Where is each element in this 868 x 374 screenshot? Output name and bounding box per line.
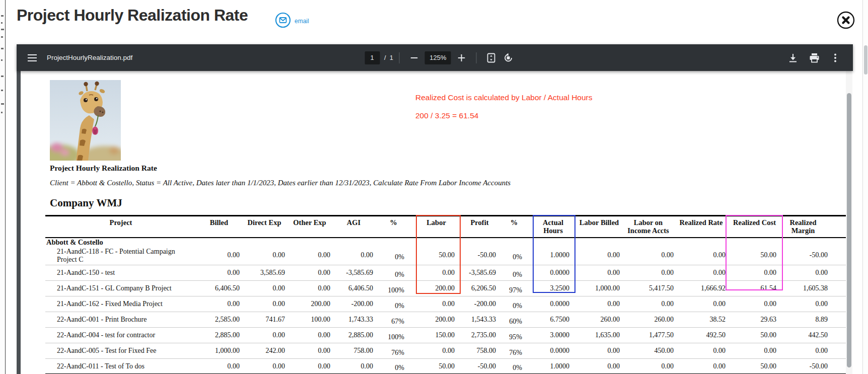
value-cell: 0% [375, 246, 412, 265]
value-cell: 200.00 [412, 312, 461, 328]
value-cell: 6,406.50 [196, 281, 242, 296]
page-scrollbar-thumb[interactable] [864, 45, 867, 74]
value-cell: 2,885.00 [332, 328, 375, 343]
value-cell: 76% [375, 343, 412, 359]
value-cell: 0% [498, 246, 530, 265]
value-cell: 100% [375, 328, 412, 343]
more-options-button[interactable] [827, 49, 844, 66]
value-cell: 0.00 [576, 343, 622, 359]
rotate-button[interactable] [500, 49, 517, 66]
value-cell: 6,206.50 [461, 281, 498, 296]
value-cell: 0.00 [781, 296, 846, 312]
value-cell: 0.0000 [530, 343, 576, 359]
email-button[interactable]: email [275, 12, 309, 30]
value-cell: -200.00 [332, 296, 375, 312]
value-cell: 0.00 [242, 296, 287, 312]
value-cell: 200.00 [287, 296, 332, 312]
zoom-out-button[interactable] [406, 49, 423, 66]
page-scrollbar[interactable] [862, 0, 868, 374]
value-cell: -50.00 [781, 359, 846, 374]
value-cell: 0.00 [287, 328, 332, 343]
pdf-toolbar: ProjectHourlyRealization.pdf 1 / 1 125% [17, 44, 853, 71]
rotate-ccw-icon [503, 53, 514, 63]
value-cell: -200.00 [461, 296, 498, 312]
project-name-cell: 22-AandC-004 - test for contractor [45, 328, 196, 343]
value-cell: 0.00 [622, 246, 675, 265]
value-cell: 450.00 [622, 343, 675, 359]
value-cell: 0.00 [287, 246, 332, 265]
value-cell: 442.50 [781, 328, 846, 343]
col-header-billed: Billed [196, 216, 242, 238]
value-cell: 3.0000 [530, 328, 576, 343]
value-cell: 3.2500 [530, 281, 576, 296]
pdf-scrollbar-thumb[interactable] [847, 93, 851, 367]
value-cell: -50.00 [461, 246, 498, 265]
col-header-other-exp: Other Exp [287, 216, 332, 238]
value-cell: -50.00 [461, 359, 498, 374]
fit-to-page-button[interactable] [483, 49, 500, 66]
value-cell: 758.00 [332, 343, 375, 359]
value-cell: 2,885.00 [196, 328, 242, 343]
download-button[interactable] [784, 49, 802, 66]
value-cell: 0.00 [412, 296, 461, 312]
value-cell: 0.00 [622, 265, 675, 281]
print-icon [809, 53, 820, 63]
page-number-input[interactable]: 1 [365, 51, 380, 64]
value-cell: 2,735.00 [461, 328, 498, 343]
value-cell: 0.00 [675, 265, 728, 281]
zoom-in-button[interactable] [453, 49, 470, 66]
minus-icon [411, 54, 418, 61]
report-table: Project Billed Direct Exp Other Exp AGI … [45, 215, 847, 374]
col-header-agi-pct: % [375, 216, 412, 238]
pdf-scrollbar[interactable] [846, 71, 852, 374]
value-cell: 0.00 [412, 265, 461, 281]
pdf-viewer: ProjectHourlyRealization.pdf 1 / 1 125% [17, 44, 853, 374]
value-cell: 260.00 [622, 312, 675, 328]
giraffe-with-tulip-photo [50, 80, 121, 161]
col-header-project: Project [45, 216, 196, 238]
annotation-line-1: Realized Cost is calculated by Labor / A… [415, 93, 593, 102]
zoom-level[interactable]: 125% [425, 51, 451, 64]
value-cell: 97% [498, 281, 530, 296]
value-cell: 0.00 [196, 265, 242, 281]
value-cell: 0.00 [242, 281, 287, 296]
annotation-line-2: 200 / 3.25 = 61.54 [415, 111, 478, 120]
value-cell: 50.00 [412, 359, 461, 374]
kebab-menu-icon [834, 53, 837, 62]
value-cell: 1,605.38 [781, 281, 846, 296]
value-cell: 3,585.69 [242, 265, 287, 281]
value-cell: 0.00 [622, 296, 675, 312]
value-cell: 150.00 [412, 328, 461, 343]
value-cell: 0.00 [728, 265, 781, 281]
pdf-filename: ProjectHourlyRealization.pdf [47, 54, 132, 61]
close-button[interactable] [836, 11, 855, 30]
report-filter-line: Client = Abbott & Costello, Status = All… [50, 179, 511, 187]
value-cell: 50.00 [412, 246, 461, 265]
project-name-cell: 22-AandC-005 - Test for Fixed Fee [45, 343, 196, 359]
value-cell: 0.00 [781, 343, 846, 359]
table-row: 22-AandC-004 - test for contractor2,885.… [45, 328, 846, 343]
project-name-cell: 22-AandC-001 - Print Brochure [45, 312, 196, 328]
col-header-direct-exp: Direct Exp [242, 216, 287, 238]
col-header-labor-on-income-accts: Labor on Income Accts [622, 216, 675, 238]
value-cell: 0.0000 [530, 296, 576, 312]
value-cell: 29.63 [728, 312, 781, 328]
value-cell: 242.00 [242, 343, 287, 359]
value-cell: -3,585.69 [332, 265, 375, 281]
table-header-row: Project Billed Direct Exp Other Exp AGI … [45, 216, 846, 238]
value-cell: 0% [498, 265, 530, 281]
value-cell: 95% [498, 328, 530, 343]
value-cell: -3,585.69 [461, 265, 498, 281]
value-cell: 1,543.33 [461, 312, 498, 328]
project-name-cell: 21-AandC-150 - test [45, 265, 196, 281]
page-title: Project Hourly Realization Rate [17, 6, 248, 25]
plus-icon [458, 54, 465, 61]
menu-button[interactable] [24, 49, 41, 66]
project-name-cell: 22-AandC-011 - Test of To dos [45, 359, 196, 374]
hamburger-icon [28, 54, 37, 61]
print-button[interactable] [806, 49, 823, 66]
value-cell: 50.00 [728, 328, 781, 343]
toolbar-divider [476, 52, 477, 63]
col-header-labor: Labor [412, 216, 461, 238]
value-cell: 6,406.50 [332, 281, 375, 296]
